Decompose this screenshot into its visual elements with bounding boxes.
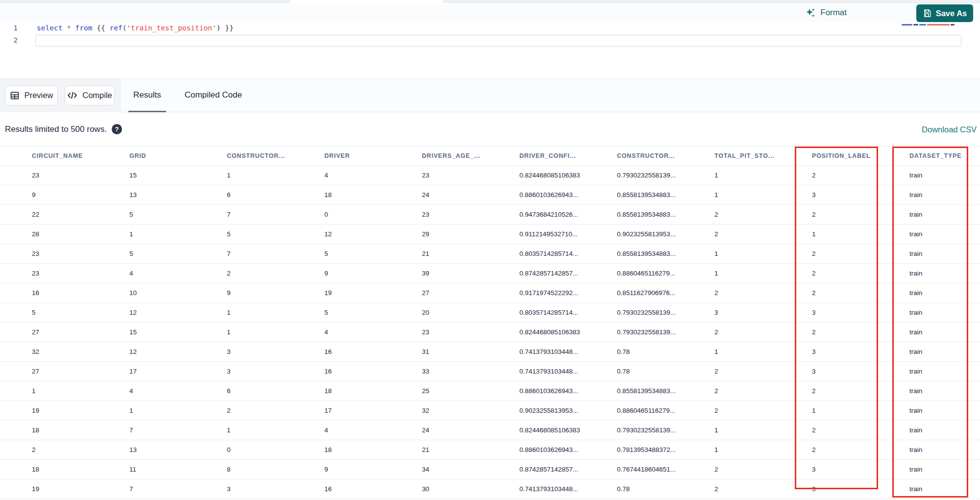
- table-cell: 16: [324, 368, 422, 375]
- code-icon: [67, 90, 77, 100]
- table-cell: 19: [32, 407, 129, 414]
- table-cell: 18: [32, 466, 129, 473]
- table-cell: 33: [422, 368, 519, 375]
- table-cell: 5: [324, 250, 422, 257]
- table-cell: 28: [32, 230, 129, 238]
- results-panel-header: Preview Compile ResultsCompiled Code: [0, 78, 980, 112]
- preview-button[interactable]: Preview: [5, 85, 58, 105]
- highlight-box-dataset-type: [892, 147, 968, 498]
- table-cell: 0.7813953488372...: [617, 446, 714, 453]
- table-cell: 0.8035714285714...: [519, 250, 617, 257]
- table-cell: 1: [227, 426, 324, 434]
- code-editor[interactable]: 1 2 select * from {{ ref('train_test_pos…: [0, 22, 980, 78]
- line-number-gutter: 1 2: [0, 22, 24, 47]
- table-cell: 0.78: [617, 348, 714, 355]
- table-cell: 0.7930232558139...: [617, 328, 714, 336]
- help-icon[interactable]: ?: [112, 124, 122, 134]
- table-cell: 15: [129, 172, 227, 179]
- column-header-constructor[interactable]: CONSTRUCTOR...: [617, 152, 714, 159]
- table-cell: 0.7930232558139...: [617, 172, 714, 179]
- table-cell: 5: [129, 250, 227, 257]
- table-cell: 31: [422, 348, 519, 355]
- table-cell: 23: [422, 211, 519, 218]
- table-cell: 30: [422, 485, 519, 493]
- sql-code-line[interactable]: select * from {{ ref('train_test_positio…: [37, 22, 234, 34]
- table-cell: 0.9112149532710...: [519, 230, 617, 238]
- table-cell: 13: [129, 191, 227, 199]
- table-cell: 9: [227, 289, 324, 297]
- table-cell: 0.7674418604651...: [617, 466, 714, 473]
- table-cell: 4: [324, 426, 422, 434]
- table-cell: 23: [32, 172, 129, 179]
- table-cell: 16: [324, 485, 422, 493]
- column-header-driver-confi[interactable]: DRIVER_CONFI...: [519, 152, 617, 159]
- table-cell: 3: [227, 485, 324, 493]
- column-header-drivers-age[interactable]: DRIVERS_AGE_...: [422, 152, 519, 159]
- save-as-label: Save As: [936, 9, 967, 18]
- line-number: 1: [0, 22, 24, 34]
- table-cell: 4: [129, 387, 227, 395]
- active-line-highlight[interactable]: [35, 35, 961, 47]
- column-header-grid[interactable]: GRID: [129, 152, 227, 159]
- table-cell: 0.8860103626943...: [519, 191, 617, 199]
- sql-token-str: 'train_test_position': [126, 24, 216, 32]
- table-cell: 1: [227, 309, 324, 316]
- table-cell: 24: [422, 426, 519, 434]
- table-cell: 0.9023255813953...: [519, 407, 617, 414]
- table-cell: 19: [32, 485, 129, 493]
- line-number: 2: [0, 34, 24, 47]
- tab-compiled-code[interactable]: Compiled Code: [180, 79, 247, 112]
- table-cell: 11: [129, 466, 227, 473]
- table-cell: 12: [324, 230, 422, 238]
- table-cell: 18: [324, 446, 422, 453]
- tab-results[interactable]: Results: [128, 79, 166, 112]
- table-cell: 0: [324, 211, 422, 218]
- table-cell: 15: [129, 328, 227, 336]
- table-cell: 23: [422, 172, 519, 179]
- table-cell: 0.8860465116279...: [617, 270, 714, 277]
- table-cell: 1: [227, 172, 324, 179]
- column-header-constructor[interactable]: CONSTRUCTOR...: [227, 152, 324, 159]
- save-as-button[interactable]: Save As: [916, 4, 973, 22]
- sql-token-kw: from: [75, 24, 93, 32]
- table-cell: 18: [324, 387, 422, 395]
- table-cell: 18: [324, 191, 422, 199]
- table-cell: 1: [227, 328, 324, 336]
- table-cell: 3: [227, 348, 324, 355]
- table-cell: 12: [129, 309, 227, 316]
- table-cell: 18: [32, 426, 129, 434]
- table-cell: 27: [32, 368, 129, 375]
- format-button[interactable]: Format: [805, 5, 847, 21]
- results-meta-row: Results limited to 500 rows. ? Download …: [0, 113, 980, 146]
- table-cell: 0.8742857142857...: [519, 270, 617, 277]
- table-cell: 0.8742857142857...: [519, 466, 617, 473]
- table-cell: 0.8558139534883...: [617, 191, 714, 199]
- highlight-box-position-label: [795, 147, 878, 489]
- table-cell: 2: [32, 446, 129, 453]
- table-cell: 0.8860103626943...: [519, 446, 617, 453]
- active-tab-top: [289, 0, 443, 3]
- column-header-driver[interactable]: DRIVER: [324, 152, 422, 159]
- column-header-circuit-name[interactable]: CIRCUIT_NAME: [32, 152, 129, 159]
- compile-button[interactable]: Compile: [65, 85, 115, 105]
- tab-divider: [146, 0, 146, 3]
- table-cell: 25: [422, 387, 519, 395]
- table-cell: 0.7413793103448...: [519, 485, 617, 493]
- table-cell: 7: [227, 250, 324, 257]
- sql-token-op: *: [67, 24, 71, 32]
- table-cell: 22: [32, 211, 129, 218]
- table-cell: 1: [129, 230, 227, 238]
- editor-toolbar: Format Save As: [0, 3, 980, 22]
- table-cell: 17: [129, 368, 227, 375]
- download-csv-link[interactable]: Download CSV: [922, 125, 977, 134]
- table-cell: 0.824468085106383: [519, 172, 617, 179]
- table-cell: 0.9473684210526...: [519, 211, 617, 218]
- row-limit-status: Results limited to 500 rows. ?: [5, 124, 122, 134]
- table-cell: 17: [324, 407, 422, 414]
- table-cell: 9: [324, 466, 422, 473]
- table-cell: 2: [227, 270, 324, 277]
- table-cell: 8: [227, 466, 324, 473]
- table-cell: 24: [422, 191, 519, 199]
- sparkles-icon: [805, 7, 816, 18]
- sql-token-kw: select: [37, 24, 62, 32]
